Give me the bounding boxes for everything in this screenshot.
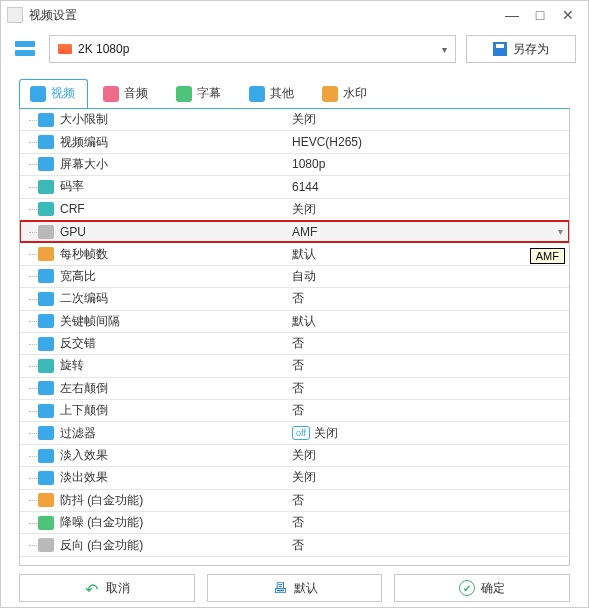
setting-value: 1080p [292,157,325,171]
setting-row-5[interactable]: GPUAMF▾ [20,221,569,243]
setting-label: 反交错 [60,335,96,352]
setting-value: 关闭 [292,111,316,128]
setting-label: 每秒帧数 [60,246,108,263]
row-icon [38,202,54,216]
row-icon [38,135,54,149]
setting-row-4[interactable]: CRF关闭 [20,199,569,221]
check-icon [459,580,475,596]
tab-icon [249,86,265,102]
setting-row-3[interactable]: 码率6144 [20,176,569,198]
setting-value: 关闭 [292,447,316,464]
setting-row-18[interactable]: 降噪 (白金功能)否 [20,512,569,534]
save-as-button[interactable]: 另存为 [466,35,576,63]
cancel-label: 取消 [106,580,130,597]
setting-label: 码率 [60,178,84,195]
setting-label: 反向 (白金功能) [60,537,143,554]
cancel-button[interactable]: 取消 [19,574,195,602]
setting-row-1[interactable]: 视频编码HEVC(H265) [20,131,569,153]
setting-label: 淡入效果 [60,447,108,464]
setting-row-15[interactable]: 淡入效果关闭 [20,445,569,467]
app-icon [7,7,23,23]
row-icon [38,449,54,463]
setting-value: 关闭 [314,425,338,442]
setting-row-0[interactable]: 大小限制关闭 [20,109,569,131]
setting-value: 否 [292,492,304,509]
default-button[interactable]: 默认 [207,574,383,602]
row-icon [38,359,54,373]
row-icon [38,516,54,530]
setting-row-11[interactable]: 旋转否 [20,355,569,377]
row-icon [38,493,54,507]
preset-select[interactable]: 2K 1080p ▾ [49,35,456,63]
setting-label: 左右颠倒 [60,380,108,397]
chevron-down-icon: ▾ [442,44,447,55]
tab-icon [176,86,192,102]
row-icon [38,292,54,306]
window-title: 视频设置 [29,7,498,24]
row-icon [38,381,54,395]
setting-value: 否 [292,402,304,419]
tab-2[interactable]: 字幕 [165,79,234,108]
setting-value: 默认 [292,313,316,330]
setting-label: 降噪 (白金功能) [60,514,143,531]
tab-label: 字幕 [197,85,221,102]
off-badge-icon: off [292,426,310,440]
setting-row-17[interactable]: 防抖 (白金功能)否 [20,490,569,512]
row-icon [38,404,54,418]
row-icon [38,426,54,440]
preset-resolution-icon [58,44,72,54]
setting-row-14[interactable]: 过滤器off关闭 [20,422,569,444]
save-icon [493,42,507,56]
preset-stack-icon [13,37,39,61]
setting-value: 关闭 [292,469,316,486]
minimize-button[interactable]: — [498,7,526,23]
setting-value: 否 [292,335,304,352]
setting-row-19[interactable]: 反向 (白金功能)否 [20,534,569,556]
tab-0[interactable]: 视频 [19,79,88,108]
setting-value: AMF [292,225,317,239]
setting-row-6[interactable]: 每秒帧数默认 [20,243,569,265]
setting-row-8[interactable]: 二次编码否 [20,288,569,310]
setting-label: CRF [60,202,85,216]
tab-icon [322,86,338,102]
row-icon [38,157,54,171]
setting-label: 宽高比 [60,268,96,285]
tab-3[interactable]: 其他 [238,79,307,108]
setting-value: 关闭 [292,201,316,218]
setting-label: 上下颠倒 [60,402,108,419]
row-icon [38,314,54,328]
setting-label: 大小限制 [60,111,108,128]
setting-label: 屏幕大小 [60,156,108,173]
setting-label: GPU [60,225,86,239]
setting-value: 否 [292,537,304,554]
printer-icon [272,580,288,596]
setting-row-12[interactable]: 左右颠倒否 [20,378,569,400]
row-icon [38,180,54,194]
setting-row-2[interactable]: 屏幕大小1080p [20,154,569,176]
setting-row-13[interactable]: 上下颠倒否 [20,400,569,422]
setting-row-16[interactable]: 淡出效果关闭 [20,467,569,489]
row-icon [38,471,54,485]
row-icon [38,225,54,239]
default-label: 默认 [294,580,318,597]
setting-row-7[interactable]: 宽高比自动 [20,266,569,288]
tab-label: 音频 [124,85,148,102]
tab-1[interactable]: 音频 [92,79,161,108]
setting-value: 默认 [292,246,316,263]
setting-row-9[interactable]: 关键帧间隔默认 [20,311,569,333]
save-as-label: 另存为 [513,41,549,58]
setting-label: 过滤器 [60,425,96,442]
setting-row-10[interactable]: 反交错否 [20,333,569,355]
tab-label: 水印 [343,85,367,102]
setting-value: HEVC(H265) [292,135,362,149]
ok-label: 确定 [481,580,505,597]
setting-value: 6144 [292,180,319,194]
close-button[interactable]: ✕ [554,7,582,23]
maximize-button[interactable]: □ [526,7,554,23]
row-icon [38,113,54,127]
setting-value: 否 [292,514,304,531]
tab-4[interactable]: 水印 [311,79,380,108]
ok-button[interactable]: 确定 [394,574,570,602]
row-icon [38,247,54,261]
tab-icon [30,86,46,102]
